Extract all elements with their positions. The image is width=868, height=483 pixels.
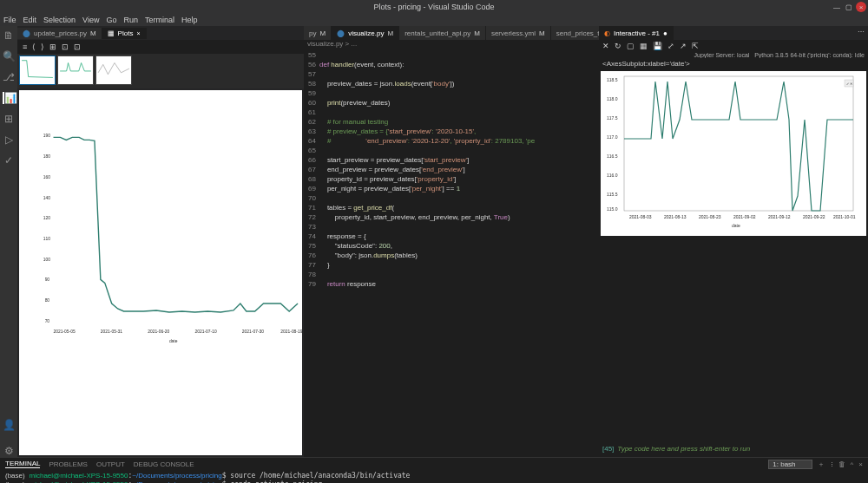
svg-text:2021-09-12: 2021-09-12	[768, 214, 791, 219]
breadcrumb[interactable]: visualize.py > ...	[304, 40, 599, 50]
tab-debug[interactable]: DEBUG CONSOLE	[134, 460, 194, 468]
minimize-button[interactable]: —	[832, 2, 842, 12]
kernel-status[interactable]: Python 3.8.5 64-bit ('pricing': conda): …	[754, 52, 865, 58]
prev-icon[interactable]: ⟨	[30, 42, 37, 51]
new-terminal-icon[interactable]: ＋	[818, 460, 825, 469]
save-icon[interactable]: 💾	[653, 42, 662, 50]
extensions-icon[interactable]: ⊞	[3, 113, 15, 125]
editor-area: py M ⬤ visualize.py M rentals_united_api…	[304, 26, 599, 457]
output-repr: <AxesSubplot:xlabel='date'>	[599, 58, 868, 69]
tab-label: Interactive - #1	[614, 29, 660, 37]
code-editor[interactable]: 55 56 57 58 59 60 61 62 63 64 65 66 67 6…	[304, 50, 599, 457]
svg-text:110: 110	[43, 237, 50, 241]
interactive-panel: ◐ Interactive - #1 ● ⋯ ✕ ↻ ▢ ▦ 💾 ⤢ ↗ ⇱ J…	[599, 26, 868, 457]
close-icon[interactable]: ×	[136, 30, 140, 36]
menu-view[interactable]: View	[82, 16, 99, 24]
split-terminal-icon[interactable]: ⫶	[830, 460, 833, 468]
terminal-select[interactable]: 1: bash	[768, 460, 812, 469]
menubar: File Edit Selection View Go Run Terminal…	[0, 14, 868, 26]
save-icon[interactable]: ⊡	[60, 42, 70, 51]
next-icon[interactable]: ⟩	[39, 42, 46, 51]
thumbnail-2[interactable]	[57, 55, 94, 85]
notebook-input[interactable]: [45] Type code here and press shift-ente…	[599, 443, 868, 457]
svg-text:190: 190	[43, 134, 50, 138]
thumbnail-3[interactable]	[95, 55, 132, 85]
menu-selection[interactable]: Selection	[43, 16, 76, 24]
main-plot: 190 180 160 140 120 110 100 90 80 70 202…	[19, 90, 302, 455]
export-icon[interactable]: ↗	[680, 42, 687, 50]
tab-problems[interactable]: PROBLEMS	[49, 460, 87, 468]
git-icon[interactable]: ⎇	[3, 71, 15, 83]
settings-icon[interactable]: ⚙	[3, 445, 15, 457]
tab-visualize[interactable]: ⬤ visualize.py M	[332, 26, 399, 40]
trash-icon[interactable]: 🗑	[838, 460, 845, 468]
tab-update-prices[interactable]: ⬤ update_prices.py M	[17, 28, 102, 39]
menu-help[interactable]: Help	[181, 16, 198, 24]
more-icon[interactable]: ⋯	[854, 26, 868, 40]
menu-terminal[interactable]: Terminal	[145, 16, 174, 24]
svg-text:2021-05-31: 2021-05-31	[101, 330, 122, 334]
delete-icon[interactable]: ⊡	[72, 42, 82, 51]
svg-text:117.5: 117.5	[607, 115, 618, 121]
thumbnail-1[interactable]	[19, 55, 56, 85]
tab-output[interactable]: OUTPUT	[96, 460, 125, 468]
svg-text:118.5: 118.5	[607, 77, 618, 82]
svg-text:2021-09-22: 2021-09-22	[803, 214, 825, 219]
svg-text:2021-08-23: 2021-08-23	[699, 214, 721, 219]
svg-text:2021-08-03: 2021-08-03	[629, 214, 652, 219]
maximize-terminal-icon[interactable]: ^	[851, 460, 854, 468]
svg-text:2021-07-10: 2021-07-10	[195, 330, 217, 334]
svg-text:2021-05-05: 2021-05-05	[54, 330, 76, 334]
tab-label: Plots	[118, 29, 134, 37]
explorer-icon[interactable]: 🗎	[3, 29, 15, 42]
tab-py[interactable]: py M	[304, 26, 332, 40]
tab-rentals[interactable]: rentals_united_api.py M	[399, 26, 486, 40]
plots-icon[interactable]: 📊	[3, 92, 15, 104]
collapse-icon[interactable]: ⇱	[692, 42, 699, 50]
server-status[interactable]: Jupyter Server: local	[694, 52, 750, 58]
clear-icon[interactable]: ✕	[602, 42, 609, 50]
plots-panel: ⬤ update_prices.py M ▦ Plots × ≡ ⟨ ⟩ ⊞ ⊡…	[17, 26, 304, 457]
svg-text:160: 160	[43, 175, 50, 179]
menu-edit[interactable]: Edit	[23, 16, 37, 24]
close-terminal-icon[interactable]: ×	[858, 460, 863, 468]
svg-text:115.0: 115.0	[607, 206, 618, 212]
svg-text:date: date	[169, 340, 178, 344]
terminal-content[interactable]: (base) michael@michael-XPS-15-9550:~/Doc…	[0, 470, 868, 483]
search-icon[interactable]: 🔍	[3, 50, 15, 62]
svg-text:2021-07-30: 2021-07-30	[242, 330, 264, 334]
jupyter-icon: ◐	[604, 29, 610, 37]
minimap[interactable]	[564, 50, 599, 457]
expand-icon[interactable]: ⤢	[667, 42, 674, 50]
svg-text:2021-06-20: 2021-06-20	[148, 330, 169, 334]
input-placeholder: Type code here and press shift-enter to …	[617, 445, 750, 455]
close-button[interactable]: ×	[856, 2, 866, 12]
tab-terminal[interactable]: TERMINAL	[5, 460, 40, 468]
svg-text:115.5: 115.5	[607, 192, 618, 197]
svg-text:2021-08-13: 2021-08-13	[664, 214, 687, 219]
menu-file[interactable]: File	[3, 16, 16, 24]
menu-run[interactable]: Run	[123, 16, 138, 24]
svg-text:140: 140	[43, 196, 50, 200]
maximize-button[interactable]: ▢	[844, 2, 854, 12]
menu-go[interactable]: Go	[106, 16, 116, 24]
debug-icon[interactable]: ▷	[3, 134, 15, 146]
svg-text:118.0: 118.0	[607, 96, 618, 101]
menu-icon[interactable]: ≡	[21, 42, 29, 51]
python-icon: ⬤	[23, 29, 30, 37]
account-icon[interactable]: 👤	[3, 419, 15, 431]
variables-icon[interactable]: ▦	[640, 42, 648, 50]
interrupt-icon[interactable]: ▢	[627, 42, 635, 50]
svg-rect-17	[624, 76, 853, 211]
activity-bar: 🗎 🔍 ⎇ 📊 ⊞ ▷ ✓ 👤 ⚙	[0, 26, 17, 457]
svg-text:⤢ ✕: ⤢ ✕	[846, 82, 852, 86]
test-icon[interactable]: ✓	[3, 154, 15, 166]
restart-icon[interactable]: ↻	[615, 42, 621, 50]
tab-interactive[interactable]: ◐ Interactive - #1 ●	[599, 26, 674, 40]
tab-serverless[interactable]: serverless.yml M	[486, 26, 551, 40]
code-content[interactable]: def handler(event, context): preview_dat…	[319, 50, 564, 457]
zoom-icon[interactable]: ⊞	[48, 42, 58, 51]
tab-plots[interactable]: ▦ Plots ×	[102, 28, 147, 39]
plots-tab-icon: ▦	[108, 29, 115, 37]
svg-text:90: 90	[45, 277, 50, 282]
